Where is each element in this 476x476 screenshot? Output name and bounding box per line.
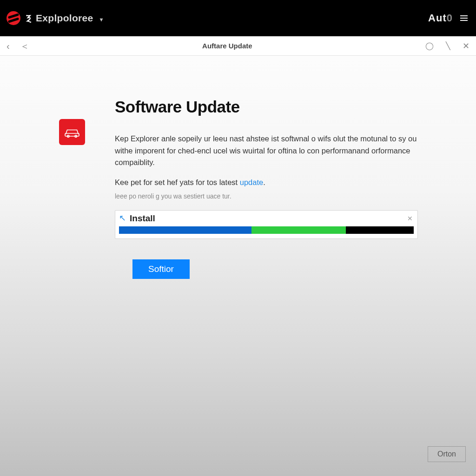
brand-logo-icon [7, 11, 20, 25]
update-card: Software Update Kep Explorer anle sopeil… [59, 98, 417, 279]
app-topbar: Ⲝ Explpoloree ▾ Aut0 [0, 0, 476, 36]
update-note: leee po neroli g you wa sestiert uace tu… [115, 192, 418, 200]
update-description: Kep Explorer anle sopeily ur leeu nast a… [115, 133, 418, 169]
back-alt-icon[interactable]: ＜ [20, 41, 29, 51]
install-label: Install [130, 213, 155, 224]
navbar-title: Auftare Update [29, 42, 425, 50]
brand-name[interactable]: Explpoloree ▾ [36, 13, 103, 24]
topbar-right-label-text: Aut [428, 12, 447, 24]
brand-name-text: Explpoloree [36, 13, 93, 23]
install-panel: ↖ Install ✕ [115, 210, 418, 239]
footer-button[interactable]: Orton [428, 446, 466, 462]
slash-icon[interactable]: ╲ [446, 42, 450, 50]
menu-icon[interactable] [460, 15, 468, 21]
update-link[interactable]: update [240, 178, 263, 186]
topbar-right-label: Aut0 [428, 12, 453, 24]
secondary-navbar: ‹ ＜ Auftare Update ◯ ╲ ✕ [0, 36, 476, 56]
car-update-icon [59, 119, 85, 145]
topbar-right-label-zero: 0 [447, 12, 453, 24]
progress-segment-green [251, 226, 346, 234]
update-subtext: Kee pet for set hef yats for tos latest … [115, 178, 418, 187]
update-subtext-suffix: . [263, 178, 265, 186]
topbar-right-cluster: Aut0 [428, 12, 468, 24]
close-icon[interactable]: ✕ [463, 42, 469, 50]
brand-mark-icon: Ⲝ [26, 13, 31, 24]
circle-icon[interactable]: ◯ [425, 42, 434, 50]
install-close-icon[interactable]: ✕ [406, 215, 414, 222]
install-arrow-icon: ↖ [119, 214, 126, 222]
chevron-down-icon: ▾ [100, 16, 103, 23]
install-progressbar [119, 226, 414, 234]
primary-action-button[interactable]: Softior [132, 259, 190, 279]
progress-segment-blue [119, 226, 251, 234]
page-title: Software Update [115, 98, 418, 116]
update-subtext-prefix: Kee pet for set hef yats for tos latest [115, 178, 240, 186]
back-icon[interactable]: ‹ [7, 41, 10, 51]
brand-cluster: Ⲝ Explpoloree ▾ [7, 11, 103, 25]
